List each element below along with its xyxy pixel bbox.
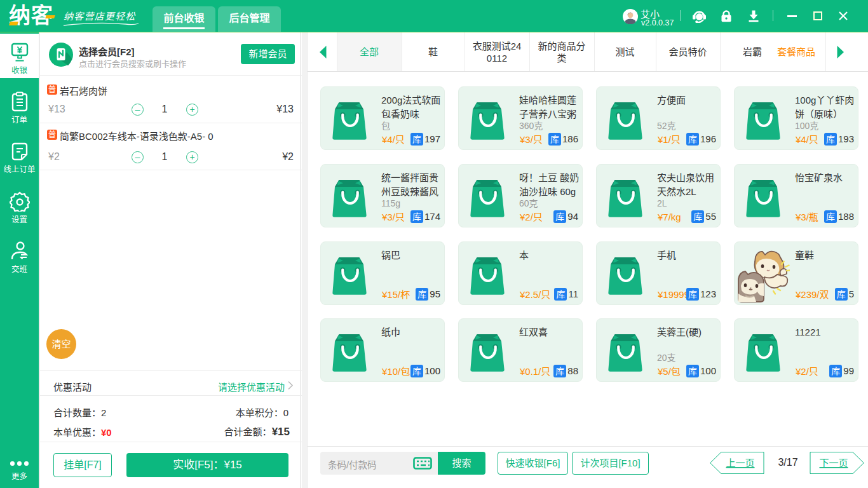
svg-text:下一页: 下一页: [819, 458, 848, 468]
svg-text:上一页: 上一页: [726, 458, 754, 468]
